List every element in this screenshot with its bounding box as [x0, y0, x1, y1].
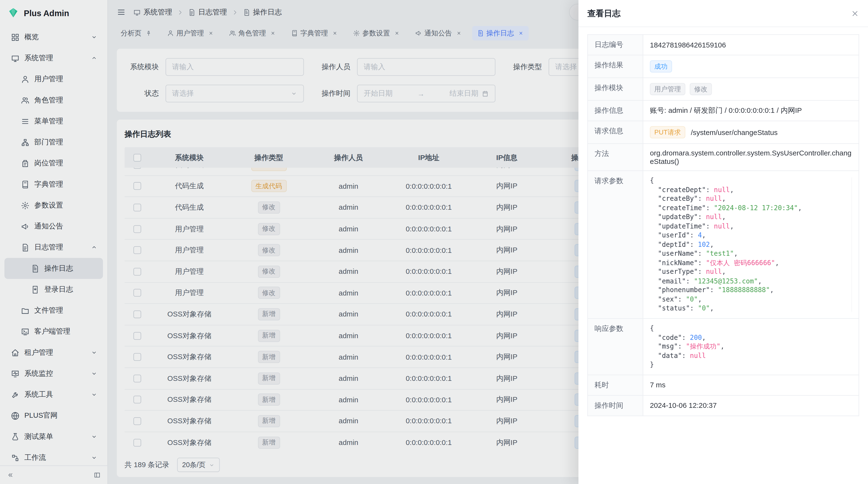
code-token: :	[690, 304, 698, 312]
code-token: "仅本人 密码666666"	[706, 259, 775, 266]
code-token: ,	[722, 213, 726, 221]
code-token: :	[690, 231, 698, 239]
code-token	[650, 204, 658, 212]
code-token: "createTime"	[658, 204, 706, 212]
code-block-request-params: { "createDept": null, "createBy": null, …	[650, 176, 852, 313]
tag-group: 成功	[650, 60, 852, 72]
code-token: "userName"	[658, 250, 698, 257]
detail-row-oper-time: 操作时间2024-10-06 12:20:37	[588, 395, 859, 416]
detail-label: 请求信息	[588, 121, 643, 144]
detail-value-log-id: 1842781986426159106	[643, 34, 859, 55]
tag: 修改	[690, 83, 712, 95]
code-token: ,	[770, 286, 774, 294]
detail-row-info: 操作信息账号: admin / 研发部门 / 0:0:0:0:0:0:0:1 /…	[588, 100, 859, 121]
code-token	[650, 268, 658, 276]
code-token: "sex"	[658, 295, 678, 303]
code-token: :	[690, 240, 698, 248]
code-token: "createBy"	[658, 195, 698, 202]
code-token: 200	[690, 333, 702, 341]
code-block-response-params: { "code": 200, "msg": "操作成功", "data": nu…	[650, 324, 852, 369]
detail-label: 操作模块	[588, 78, 643, 100]
code-token: "code"	[658, 333, 682, 341]
code-token	[650, 259, 658, 266]
code-token: :	[706, 204, 714, 212]
code-token: ,	[702, 231, 706, 239]
code-token	[650, 343, 658, 350]
code-token: :	[698, 259, 706, 266]
detail-value-module: 用户管理修改	[643, 78, 859, 100]
code-token: ,	[758, 277, 762, 285]
code-token: ,	[698, 295, 702, 303]
code-token: "updateTime"	[658, 222, 706, 230]
log-detail-drawer: 查看日志 日志编号1842781986426159106操作结果成功操作模块用户…	[579, 0, 868, 484]
code-token: ,	[722, 268, 726, 276]
tag-group: 用户管理修改	[650, 83, 852, 95]
drawer-overlay[interactable]	[0, 0, 579, 484]
code-token	[650, 286, 658, 294]
request-url: /system/user/changeStatus	[691, 128, 778, 136]
code-token: "createDept"	[658, 186, 706, 193]
detail-value-info: 账号: admin / 研发部门 / 0:0:0:0:0:0:0:1 / 内网I…	[643, 100, 859, 121]
code-token: 4	[698, 231, 702, 239]
drawer-header: 查看日志	[579, 0, 868, 27]
code-token	[650, 352, 658, 359]
code-token: "data"	[658, 352, 682, 359]
tag: 用户管理	[650, 83, 685, 95]
detail-label: 操作时间	[588, 395, 643, 416]
code-token: :	[698, 250, 706, 257]
code-token	[650, 295, 658, 303]
code-scrollbar[interactable]	[851, 176, 852, 313]
code-token: "status"	[658, 304, 690, 312]
code-token: ,	[775, 259, 779, 266]
code-token	[650, 231, 658, 239]
detail-label: 响应参数	[588, 318, 643, 375]
detail-value-result: 成功	[643, 55, 859, 77]
code-token: }	[650, 361, 654, 368]
tag: PUT请求	[650, 126, 685, 138]
detail-row-response-params: 响应参数{ "code": 200, "msg": "操作成功", "data"…	[588, 318, 859, 375]
code-token: "deptId"	[658, 240, 690, 248]
code-token: "userType"	[658, 268, 698, 276]
detail-row-method: 方法org.dromara.system.controller.system.S…	[588, 144, 859, 171]
code-token	[650, 213, 658, 221]
code-token: :	[710, 286, 718, 294]
code-token: ,	[720, 343, 724, 350]
code-token: "2024-08-12 17:20:34"	[714, 204, 798, 212]
code-token: {	[650, 176, 654, 184]
drawer-title: 查看日志	[587, 8, 621, 19]
code-token: :	[678, 343, 686, 350]
code-token: :	[698, 213, 706, 221]
detail-value-request-info: PUT请求/system/user/changeStatus	[643, 121, 859, 144]
code-token: null	[706, 213, 722, 221]
code-token: :	[686, 277, 694, 285]
detail-label: 耗时	[588, 375, 643, 395]
code-token: ,	[730, 186, 734, 193]
code-token: ,	[702, 333, 706, 341]
code-token	[650, 250, 658, 257]
app-root: Plus Admin 概览系统管理用户管理角色管理菜单管理部门管理岗位管理字典管…	[0, 0, 868, 484]
code-token: {	[650, 324, 654, 332]
code-token: null	[714, 222, 730, 230]
code-token	[650, 304, 658, 312]
code-token: :	[678, 295, 686, 303]
code-token: null	[706, 195, 722, 202]
code-token: ,	[730, 222, 734, 230]
code-token: "userId"	[658, 231, 690, 239]
code-token: :	[682, 333, 690, 341]
detail-label: 操作信息	[588, 100, 643, 121]
detail-row-request-info: 请求信息PUT请求/system/user/changeStatus	[588, 121, 859, 144]
code-token: ,	[710, 304, 714, 312]
code-token: ,	[798, 204, 802, 212]
code-token: "操作成功"	[686, 343, 720, 350]
detail-value-response-params: { "code": 200, "msg": "操作成功", "data": nu…	[643, 318, 859, 375]
code-token: ,	[722, 195, 726, 202]
close-drawer-button[interactable]	[851, 9, 859, 18]
detail-row-cost-time: 耗时7 ms	[588, 375, 859, 395]
code-token	[650, 333, 658, 341]
detail-row-request-params: 请求参数{ "createDept": null, "createBy": nu…	[588, 171, 859, 318]
code-token: "0"	[698, 304, 710, 312]
code-token: :	[682, 352, 690, 359]
detail-label: 操作结果	[588, 55, 643, 77]
code-token: "test1"	[706, 250, 734, 257]
code-token: ,	[734, 250, 738, 257]
